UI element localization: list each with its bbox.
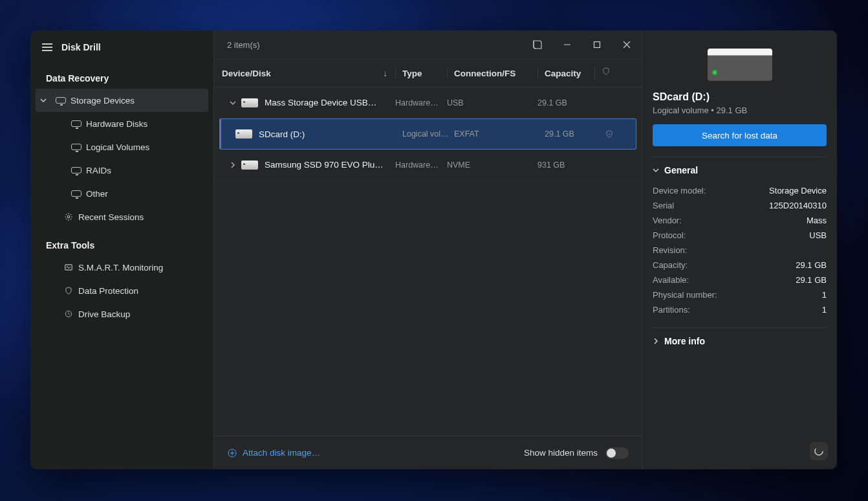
cell-type: Hardware… [395, 161, 447, 170]
sidebar-item-hardware-disks[interactable]: Hardware Disks [30, 112, 213, 135]
col-capacity[interactable]: Capacity [537, 69, 589, 78]
cell-cap: 931 GB [537, 161, 589, 170]
sidebar-item-label: Hardware Disks [86, 119, 147, 129]
table-header: Device/Disk ↓ Type Connection/FS Capacit… [214, 59, 642, 87]
cell-conn: EXFAT [454, 129, 545, 139]
main-panel: 2 item(s) Device/Disk ↓ [213, 30, 642, 469]
cell-type: Logical vol… [402, 129, 454, 139]
svg-point-6 [815, 447, 823, 455]
sidebar-item-label: Recent Sessions [78, 212, 144, 222]
maximize-button[interactable] [582, 30, 612, 59]
title-bar-left: Disk Drill [30, 33, 213, 61]
drive-icon [241, 161, 258, 170]
shield-icon [59, 286, 78, 295]
cell-conn: NVME [447, 161, 537, 170]
sort-arrow-icon: ↓ [383, 69, 387, 78]
col-type[interactable]: Type [395, 69, 447, 78]
sidebar-item-other[interactable]: Other [30, 182, 213, 205]
drive-icon [241, 98, 258, 107]
cell-shield [596, 129, 622, 139]
disk-icon [67, 167, 86, 173]
cell-type: Hardware… [395, 98, 447, 107]
chevron-right-icon[interactable] [227, 162, 239, 168]
sidebar-item-label: Drive Backup [78, 309, 130, 319]
sidebar-item-drive-backup[interactable]: Drive Backup [30, 302, 213, 326]
status-indicator[interactable] [810, 442, 828, 460]
app-title: Disk Drill [61, 42, 101, 52]
details-title: SDcard (D:) [653, 91, 827, 103]
svg-point-0 [67, 216, 70, 218]
sidebar-item-recent-sessions[interactable]: Recent Sessions [30, 205, 213, 228]
spinner-icon [813, 445, 825, 457]
general-section-toggle[interactable]: General [653, 157, 827, 183]
chevron-down-icon[interactable] [227, 100, 239, 106]
more-info-section-toggle[interactable]: More info [653, 328, 827, 354]
details-panel: SDcard (D:) Logical volume • 29.1 GB Sea… [642, 30, 837, 469]
disk-icon [51, 97, 71, 104]
sidebar-item-label: Other [86, 189, 108, 199]
device-name: Mass Storage Device USB… [265, 98, 376, 107]
item-count: 2 item(s) [227, 40, 260, 50]
svg-rect-4 [594, 42, 600, 48]
attach-disk-image-button[interactable]: Attach disk image… [227, 448, 320, 458]
section-extra-tools: Extra Tools [30, 228, 213, 256]
details-subtitle: Logical volume • 29.1 GB [653, 106, 827, 115]
drive-icon [235, 129, 252, 139]
sidebar-item-logical-volumes[interactable]: Logical Volumes [30, 135, 213, 159]
shield-check-icon [605, 129, 614, 139]
svg-rect-1 [65, 265, 72, 270]
sidebar-item-raids[interactable]: RAIDs [30, 159, 213, 182]
general-props: Device model:Storage Device Serial125D20… [653, 183, 827, 317]
activity-icon [59, 263, 78, 272]
menu-icon[interactable] [42, 43, 52, 51]
app-window: Disk Drill Data Recovery Storage Devices… [30, 30, 837, 469]
disk-illustration [708, 49, 772, 81]
col-connection[interactable]: Connection/FS [447, 69, 537, 78]
disk-icon [67, 190, 86, 197]
sidebar-item-storage-devices[interactable]: Storage Devices [36, 89, 208, 112]
sidebar-item-label: Data Protection [78, 286, 138, 296]
cell-cap: 29.1 GB [537, 98, 589, 107]
main-footer: Attach disk image… Show hidden items [214, 436, 642, 469]
device-name: Samsung SSD 970 EVO Plu… [265, 160, 384, 170]
sidebar-item-data-protection[interactable]: Data Protection [30, 279, 213, 302]
disk-icon [67, 144, 86, 150]
cell-cap: 29.1 GB [545, 129, 596, 139]
chevron-down-icon [36, 97, 51, 104]
sidebar-item-label: Storage Devices [71, 96, 135, 106]
sidebar-item-smart[interactable]: S.M.A.R.T. Monitoring [30, 256, 213, 279]
table-row[interactable]: Mass Storage Device USB… Hardware… USB 2… [214, 87, 642, 118]
sidebar-item-label: S.M.A.R.T. Monitoring [78, 263, 163, 273]
plus-circle-icon [227, 448, 237, 458]
device-name: SDcard (D:) [259, 129, 305, 139]
show-hidden-toggle[interactable] [605, 447, 629, 459]
show-hidden-label: Show hidden items [524, 448, 598, 458]
chevron-right-icon [653, 338, 659, 344]
section-data-recovery: Data Recovery [30, 61, 213, 89]
clock-icon [59, 309, 78, 318]
table-body: Mass Storage Device USB… Hardware… USB 2… [214, 87, 642, 181]
col-status[interactable] [589, 67, 615, 80]
search-lost-data-button[interactable]: Search for lost data [653, 124, 827, 146]
close-button[interactable] [612, 30, 642, 59]
table-row[interactable]: Samsung SSD 970 EVO Plu… Hardware… NVME … [214, 150, 642, 181]
window-controls [523, 30, 642, 59]
sidebar: Disk Drill Data Recovery Storage Devices… [30, 30, 213, 469]
main-header: 2 item(s) [214, 30, 642, 59]
help-button[interactable] [523, 30, 552, 59]
minimize-button[interactable] [552, 30, 582, 59]
gear-icon [59, 212, 78, 221]
sidebar-item-label: RAIDs [86, 166, 111, 175]
cell-conn: USB [447, 98, 537, 107]
shield-icon [602, 67, 611, 76]
disk-icon [67, 120, 86, 127]
sidebar-item-label: Logical Volumes [86, 142, 149, 152]
col-device[interactable]: Device/Disk ↓ [214, 69, 395, 78]
table-row[interactable]: SDcard (D:) Logical vol… EXFAT 29.1 GB [219, 118, 636, 150]
chevron-down-icon [653, 167, 659, 173]
